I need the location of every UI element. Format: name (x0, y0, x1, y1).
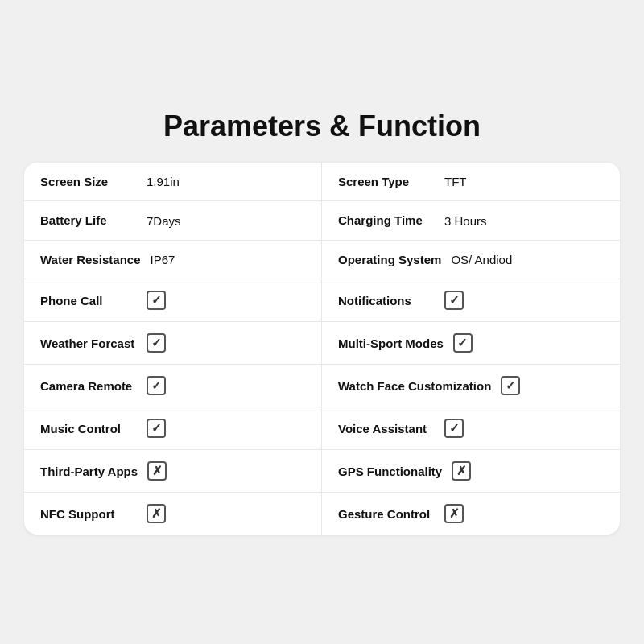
cell-label-left-5: Camera Remote (40, 378, 137, 394)
checkbox-left-4 (147, 333, 166, 353)
cell-right-2: Operating SystemOS/ Andiod (322, 241, 620, 280)
cell-left-2: Water ResistanceIP67 (24, 241, 322, 280)
cell-right-0: Screen TypeTFT (322, 163, 620, 202)
checkbox-right-5 (501, 376, 520, 395)
cell-label-right-0: Screen Type (338, 174, 435, 190)
cell-label-right-3: Notifications (338, 293, 435, 309)
cell-label-right-2: Operating System (338, 252, 441, 268)
page-title: Parameters & Function (24, 109, 620, 143)
cell-right-4: Multi-Sport Modes (322, 322, 620, 365)
cell-left-6: Music Control (24, 407, 322, 450)
cell-left-1: Battery Life7Days (24, 201, 322, 241)
cell-label-left-3: Phone Call (40, 293, 137, 309)
checkbox-left-8 (147, 504, 166, 523)
checkbox-left-6 (147, 419, 166, 438)
checkbox-left-3 (147, 291, 166, 310)
checkbox-right-7 (452, 461, 471, 481)
cell-label-left-4: Weather Forcast (40, 336, 137, 352)
cell-label-right-8: Gesture Control (338, 506, 435, 522)
checkbox-left-7 (147, 461, 167, 481)
cell-left-4: Weather Forcast (24, 322, 322, 365)
cell-label-left-6: Music Control (40, 421, 137, 437)
cell-label-left-7: Third-Party Apps (40, 464, 138, 480)
cell-right-6: Voice Assistant (322, 407, 620, 450)
cell-label-right-7: GPS Functionality (338, 464, 442, 480)
table-grid: Screen Size1.91inScreen TypeTFTBattery L… (24, 163, 620, 535)
cell-left-8: NFC Support (24, 493, 322, 535)
cell-right-5: Watch Face Customization (322, 365, 620, 407)
cell-left-0: Screen Size1.91in (24, 163, 322, 202)
checkbox-right-4 (453, 333, 473, 353)
checkbox-right-8 (444, 504, 464, 523)
cell-label-left-8: NFC Support (40, 506, 137, 522)
checkbox-left-5 (147, 376, 166, 395)
cell-label-right-6: Voice Assistant (338, 421, 435, 437)
cell-value-right-1: 3 Hours (444, 214, 487, 228)
checkbox-right-3 (444, 291, 464, 310)
cell-label-right-4: Multi-Sport Modes (338, 336, 444, 352)
cell-value-left-2: IP67 (151, 253, 175, 266)
cell-value-left-0: 1.91in (147, 175, 180, 188)
cell-left-3: Phone Call (24, 279, 322, 322)
cell-right-3: Notifications (322, 279, 620, 322)
cell-value-left-1: 7Days (147, 214, 181, 228)
table-card: Screen Size1.91inScreen TypeTFTBattery L… (24, 163, 620, 535)
cell-label-left-1: Battery Life (40, 213, 137, 229)
cell-label-right-1: Charging Time (338, 213, 435, 229)
cell-right-1: Charging Time3 Hours (322, 201, 620, 241)
cell-label-right-5: Watch Face Customization (338, 378, 491, 394)
cell-right-8: Gesture Control (322, 493, 620, 535)
cell-left-5: Camera Remote (24, 365, 322, 407)
cell-left-7: Third-Party Apps (24, 450, 322, 493)
checkbox-right-6 (444, 419, 464, 438)
cell-value-right-0: TFT (444, 175, 467, 188)
page-container: Parameters & Function Screen Size1.91inS… (16, 93, 628, 551)
cell-right-7: GPS Functionality (322, 450, 620, 493)
cell-label-left-2: Water Resistance (40, 252, 141, 268)
cell-label-left-0: Screen Size (40, 174, 137, 190)
cell-value-right-2: OS/ Andiod (451, 253, 512, 266)
